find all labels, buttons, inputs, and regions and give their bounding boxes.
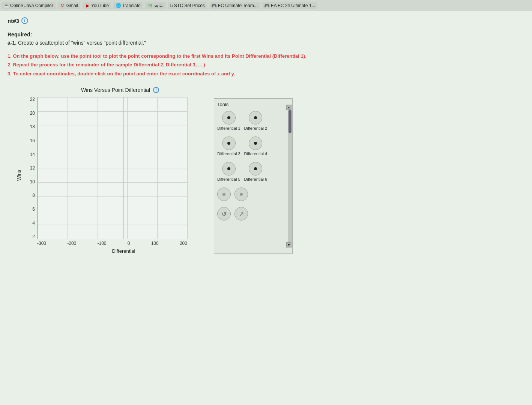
x-tick-n200: -200 — [67, 241, 76, 246]
grid-line-h-4 — [38, 154, 187, 154]
tab-stc[interactable]: 5 STC Set Prices — [168, 2, 207, 9]
grid-line-v-0 — [38, 97, 38, 239]
tab-youtube[interactable]: ▶ YouTube — [83, 2, 111, 9]
dot-5 — [227, 167, 230, 170]
y-tick-22: 22 — [30, 97, 35, 102]
y-tick-labels: 22 20 18 16 14 12 10 8 6 4 2 — [24, 97, 37, 239]
tab-gmail-label: Gmail — [66, 3, 78, 8]
java-icon: ☕ — [4, 3, 9, 8]
grid-line-v-5 — [187, 97, 188, 239]
dot-1 — [227, 116, 230, 119]
tool-dot-btn-7[interactable] — [217, 188, 231, 201]
y-tick-20: 20 — [30, 111, 35, 116]
tool-differential-2: Differential 2 — [244, 111, 268, 130]
grid-line-h-0 — [38, 97, 187, 98]
tab-ea-fc-label: EA FC 24 Ultimate 1... — [271, 3, 316, 8]
grid-line-v-1 — [68, 97, 68, 239]
tools-bottom-row: ↺ ↗ — [217, 207, 289, 220]
tool-arrow: ↗ — [234, 207, 248, 220]
tool-differential-4: Differential 4 — [244, 136, 268, 156]
instruction-2: 2. Repeat the process for the remainder … — [8, 60, 524, 69]
tab-ea-fc[interactable]: 🎮 EA FC 24 Ultimate 1... — [262, 2, 318, 9]
tool-dot-btn-5[interactable] — [222, 162, 236, 176]
tab-translate[interactable]: 🌐 Translate — [113, 2, 143, 9]
page-content: nt#3 i Required: a-1. Create a scatterpl… — [0, 11, 532, 405]
dot-4 — [254, 142, 257, 145]
grid-icon: ⊞ — [147, 3, 153, 8]
x-tick-100: 100 — [151, 241, 159, 246]
tab-translate-label: Translate — [122, 3, 141, 8]
grid-line-h-5 — [38, 168, 187, 168]
x-axis-label: Differential — [24, 248, 210, 254]
tools-scrollbar[interactable] — [288, 110, 292, 242]
tab-arabic-label: شاهد — [154, 3, 164, 8]
instruction-a1: a-1. Create a scatterplot of "wins" vers… — [8, 40, 524, 46]
rotate-icon: ↺ — [222, 210, 227, 218]
chart-plot-area: 22 20 18 16 14 12 10 8 6 4 2 — [24, 97, 210, 239]
tool-differential-6: Differential 6 — [244, 162, 268, 182]
chart-container: Wins Versus Point Differential i Wins 22… — [15, 87, 210, 254]
scroll-arrow-up[interactable]: ▲ — [286, 105, 292, 110]
tab-compiler[interactable]: ☕ Online Java Compiler — [2, 2, 56, 9]
arrow-icon: ↗ — [239, 210, 244, 218]
grid-line-h-7 — [38, 196, 187, 197]
grid-line-v-4 — [157, 97, 158, 239]
x-tick-labels: -300 -200 -100 0 100 200 — [24, 241, 187, 246]
tool-differential-3: Differential 3 — [217, 136, 240, 156]
tools-row-4 — [217, 188, 289, 201]
tool-rotate: ↺ — [217, 207, 231, 220]
dot-6 — [254, 167, 257, 170]
grid-line-h-9 — [38, 225, 187, 225]
chart-divider-line — [123, 97, 123, 239]
grid-line-v-2 — [98, 97, 98, 239]
chart-info-icon[interactable]: i — [153, 87, 159, 93]
x-tick-0: 0 — [128, 241, 130, 246]
grid-line-h-8 — [38, 211, 187, 211]
tool-differential-5: Differential 5 — [217, 162, 240, 182]
scroll-arrow-down[interactable]: ▼ — [286, 242, 292, 248]
tools-panel: Tools ▲ ▼ Differential 1 — [214, 98, 293, 254]
ea-icon2: 🎮 — [264, 3, 270, 8]
chart-inner: 22 20 18 16 14 12 10 8 6 4 2 — [24, 97, 210, 254]
grid-line-v-3 — [127, 97, 128, 239]
chart-axes: Wins 22 20 18 16 14 12 10 8 — [15, 97, 210, 254]
rotate-btn[interactable]: ↺ — [217, 207, 231, 220]
numbered-instructions: 1. On the graph below, use the point too… — [8, 52, 524, 78]
y-tick-16: 16 — [30, 138, 35, 143]
tools-row-1: Differential 1 Differential 2 — [217, 111, 289, 130]
required-label: Required: — [8, 32, 524, 38]
tool-dot-btn-1[interactable] — [222, 111, 236, 124]
tools-row-3: Differential 5 Differential 6 — [217, 162, 289, 182]
y-tick-10: 10 — [30, 179, 35, 184]
instruction-a1-text: Create a scatterplot of "wins" versus "p… — [18, 40, 146, 46]
tool-label-2: Differential 2 — [244, 126, 268, 130]
tool-label-3: Differential 3 — [217, 152, 240, 156]
tool-dot-btn-4[interactable] — [249, 136, 262, 150]
instruction-1: 1. On the graph below, use the point too… — [8, 52, 524, 60]
tab-arabic[interactable]: ⊞ شاهد — [145, 2, 166, 9]
tab-gmail[interactable]: M Gmail — [58, 2, 80, 9]
tool-differential-1: Differential 1 — [217, 111, 240, 130]
tool-dot-btn-6[interactable] — [249, 162, 262, 176]
tool-label-1: Differential 1 — [217, 126, 240, 130]
tools-title: Tools — [217, 102, 289, 107]
tool-differential-8 — [234, 188, 248, 201]
browser-tab-bar: ☕ Online Java Compiler M Gmail ▶ YouTube… — [0, 0, 532, 11]
tool-dot-btn-8[interactable] — [234, 188, 248, 201]
arrow-btn[interactable]: ↗ — [234, 207, 248, 220]
chart-section: Wins Versus Point Differential i Wins 22… — [15, 87, 524, 254]
y-tick-18: 18 — [30, 124, 35, 129]
tab-fc-team[interactable]: 🎮 FC Ultimate Team... — [209, 2, 260, 9]
y-tick-4: 4 — [32, 220, 35, 226]
instruction-a1-prefix: a-1. — [8, 40, 17, 46]
chart-title: Wins Versus Point Differential — [81, 87, 150, 93]
gmail-icon: M — [60, 3, 65, 8]
tool-dot-btn-3[interactable] — [222, 136, 236, 150]
page-info-icon[interactable]: i — [21, 17, 28, 24]
tool-label-5: Differential 5 — [217, 177, 240, 182]
chart-grid[interactable] — [37, 97, 187, 239]
dot-8 — [240, 193, 243, 196]
tool-label-4: Differential 4 — [244, 152, 268, 156]
tool-dot-btn-2[interactable] — [249, 111, 262, 124]
youtube-icon: ▶ — [85, 3, 90, 8]
